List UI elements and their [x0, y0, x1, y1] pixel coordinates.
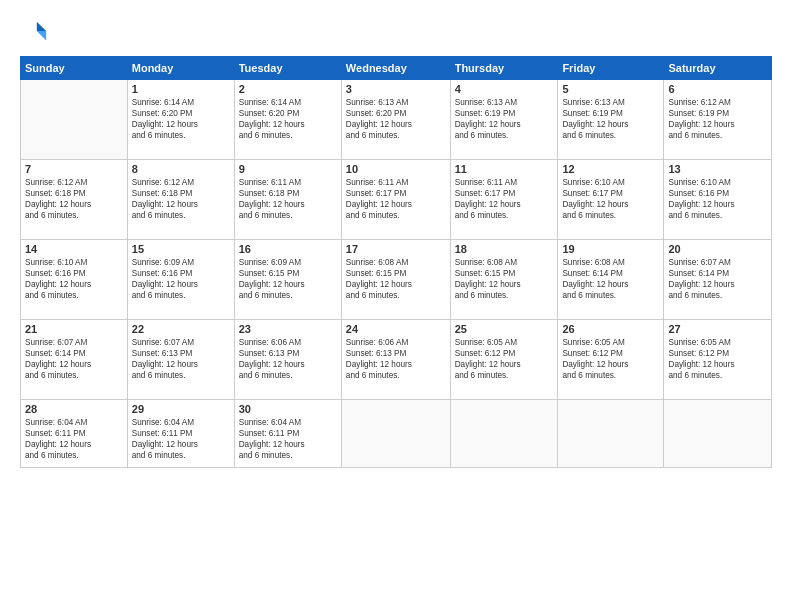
day-info: Sunrise: 6:04 AM Sunset: 6:11 PM Dayligh… [239, 417, 337, 461]
day-info: Sunrise: 6:05 AM Sunset: 6:12 PM Dayligh… [455, 337, 554, 381]
day-number: 4 [455, 83, 554, 95]
day-info: Sunrise: 6:14 AM Sunset: 6:20 PM Dayligh… [132, 97, 230, 141]
day-number: 7 [25, 163, 123, 175]
day-info: Sunrise: 6:14 AM Sunset: 6:20 PM Dayligh… [239, 97, 337, 141]
calendar-cell: 29Sunrise: 6:04 AM Sunset: 6:11 PM Dayli… [127, 400, 234, 468]
day-info: Sunrise: 6:11 AM Sunset: 6:17 PM Dayligh… [455, 177, 554, 221]
day-info: Sunrise: 6:08 AM Sunset: 6:15 PM Dayligh… [346, 257, 446, 301]
calendar-cell: 23Sunrise: 6:06 AM Sunset: 6:13 PM Dayli… [234, 320, 341, 400]
calendar-cell: 1Sunrise: 6:14 AM Sunset: 6:20 PM Daylig… [127, 80, 234, 160]
day-number: 8 [132, 163, 230, 175]
day-number: 12 [562, 163, 659, 175]
svg-marker-1 [37, 31, 46, 40]
col-tuesday: Tuesday [234, 57, 341, 80]
calendar-cell: 24Sunrise: 6:06 AM Sunset: 6:13 PM Dayli… [341, 320, 450, 400]
day-info: Sunrise: 6:10 AM Sunset: 6:16 PM Dayligh… [25, 257, 123, 301]
col-monday: Monday [127, 57, 234, 80]
day-number: 27 [668, 323, 767, 335]
day-info: Sunrise: 6:12 AM Sunset: 6:19 PM Dayligh… [668, 97, 767, 141]
calendar-cell: 5Sunrise: 6:13 AM Sunset: 6:19 PM Daylig… [558, 80, 664, 160]
day-number: 11 [455, 163, 554, 175]
calendar-cell: 2Sunrise: 6:14 AM Sunset: 6:20 PM Daylig… [234, 80, 341, 160]
day-info: Sunrise: 6:13 AM Sunset: 6:19 PM Dayligh… [562, 97, 659, 141]
day-info: Sunrise: 6:05 AM Sunset: 6:12 PM Dayligh… [562, 337, 659, 381]
day-info: Sunrise: 6:05 AM Sunset: 6:12 PM Dayligh… [668, 337, 767, 381]
day-number: 3 [346, 83, 446, 95]
day-number: 25 [455, 323, 554, 335]
day-info: Sunrise: 6:08 AM Sunset: 6:14 PM Dayligh… [562, 257, 659, 301]
logo [20, 18, 52, 46]
day-info: Sunrise: 6:08 AM Sunset: 6:15 PM Dayligh… [455, 257, 554, 301]
day-info: Sunrise: 6:07 AM Sunset: 6:13 PM Dayligh… [132, 337, 230, 381]
calendar-cell: 19Sunrise: 6:08 AM Sunset: 6:14 PM Dayli… [558, 240, 664, 320]
day-number: 21 [25, 323, 123, 335]
day-info: Sunrise: 6:06 AM Sunset: 6:13 PM Dayligh… [346, 337, 446, 381]
col-friday: Friday [558, 57, 664, 80]
calendar-cell: 30Sunrise: 6:04 AM Sunset: 6:11 PM Dayli… [234, 400, 341, 468]
calendar-cell [450, 400, 558, 468]
day-number: 6 [668, 83, 767, 95]
calendar-cell: 17Sunrise: 6:08 AM Sunset: 6:15 PM Dayli… [341, 240, 450, 320]
day-number: 29 [132, 403, 230, 415]
day-info: Sunrise: 6:07 AM Sunset: 6:14 PM Dayligh… [25, 337, 123, 381]
day-number: 23 [239, 323, 337, 335]
day-number: 22 [132, 323, 230, 335]
day-number: 30 [239, 403, 337, 415]
day-info: Sunrise: 6:10 AM Sunset: 6:17 PM Dayligh… [562, 177, 659, 221]
day-number: 28 [25, 403, 123, 415]
calendar-cell: 14Sunrise: 6:10 AM Sunset: 6:16 PM Dayli… [21, 240, 128, 320]
day-number: 14 [25, 243, 123, 255]
day-info: Sunrise: 6:12 AM Sunset: 6:18 PM Dayligh… [132, 177, 230, 221]
col-sunday: Sunday [21, 57, 128, 80]
calendar-cell [558, 400, 664, 468]
calendar-cell [341, 400, 450, 468]
calendar-cell: 4Sunrise: 6:13 AM Sunset: 6:19 PM Daylig… [450, 80, 558, 160]
calendar-cell: 25Sunrise: 6:05 AM Sunset: 6:12 PM Dayli… [450, 320, 558, 400]
day-number: 17 [346, 243, 446, 255]
day-info: Sunrise: 6:11 AM Sunset: 6:17 PM Dayligh… [346, 177, 446, 221]
calendar-header-row: Sunday Monday Tuesday Wednesday Thursday… [21, 57, 772, 80]
day-number: 16 [239, 243, 337, 255]
day-info: Sunrise: 6:04 AM Sunset: 6:11 PM Dayligh… [25, 417, 123, 461]
col-wednesday: Wednesday [341, 57, 450, 80]
day-info: Sunrise: 6:09 AM Sunset: 6:16 PM Dayligh… [132, 257, 230, 301]
page-header [20, 18, 772, 46]
day-number: 1 [132, 83, 230, 95]
calendar-cell: 26Sunrise: 6:05 AM Sunset: 6:12 PM Dayli… [558, 320, 664, 400]
calendar-cell: 22Sunrise: 6:07 AM Sunset: 6:13 PM Dayli… [127, 320, 234, 400]
day-info: Sunrise: 6:11 AM Sunset: 6:18 PM Dayligh… [239, 177, 337, 221]
day-info: Sunrise: 6:12 AM Sunset: 6:18 PM Dayligh… [25, 177, 123, 221]
day-info: Sunrise: 6:10 AM Sunset: 6:16 PM Dayligh… [668, 177, 767, 221]
calendar-cell: 27Sunrise: 6:05 AM Sunset: 6:12 PM Dayli… [664, 320, 772, 400]
day-info: Sunrise: 6:07 AM Sunset: 6:14 PM Dayligh… [668, 257, 767, 301]
calendar-cell: 11Sunrise: 6:11 AM Sunset: 6:17 PM Dayli… [450, 160, 558, 240]
day-number: 15 [132, 243, 230, 255]
day-number: 26 [562, 323, 659, 335]
day-number: 10 [346, 163, 446, 175]
calendar-cell: 13Sunrise: 6:10 AM Sunset: 6:16 PM Dayli… [664, 160, 772, 240]
day-number: 13 [668, 163, 767, 175]
day-info: Sunrise: 6:09 AM Sunset: 6:15 PM Dayligh… [239, 257, 337, 301]
day-number: 5 [562, 83, 659, 95]
calendar-cell: 21Sunrise: 6:07 AM Sunset: 6:14 PM Dayli… [21, 320, 128, 400]
day-number: 9 [239, 163, 337, 175]
calendar-cell: 12Sunrise: 6:10 AM Sunset: 6:17 PM Dayli… [558, 160, 664, 240]
calendar-cell: 3Sunrise: 6:13 AM Sunset: 6:20 PM Daylig… [341, 80, 450, 160]
calendar-cell: 15Sunrise: 6:09 AM Sunset: 6:16 PM Dayli… [127, 240, 234, 320]
calendar-cell [21, 80, 128, 160]
day-info: Sunrise: 6:13 AM Sunset: 6:20 PM Dayligh… [346, 97, 446, 141]
day-info: Sunrise: 6:13 AM Sunset: 6:19 PM Dayligh… [455, 97, 554, 141]
logo-icon [20, 18, 48, 46]
calendar-table: Sunday Monday Tuesday Wednesday Thursday… [20, 56, 772, 468]
calendar-cell: 6Sunrise: 6:12 AM Sunset: 6:19 PM Daylig… [664, 80, 772, 160]
calendar-cell: 10Sunrise: 6:11 AM Sunset: 6:17 PM Dayli… [341, 160, 450, 240]
calendar-cell: 18Sunrise: 6:08 AM Sunset: 6:15 PM Dayli… [450, 240, 558, 320]
day-info: Sunrise: 6:06 AM Sunset: 6:13 PM Dayligh… [239, 337, 337, 381]
calendar-cell: 20Sunrise: 6:07 AM Sunset: 6:14 PM Dayli… [664, 240, 772, 320]
calendar-cell: 16Sunrise: 6:09 AM Sunset: 6:15 PM Dayli… [234, 240, 341, 320]
col-thursday: Thursday [450, 57, 558, 80]
calendar-cell: 8Sunrise: 6:12 AM Sunset: 6:18 PM Daylig… [127, 160, 234, 240]
day-info: Sunrise: 6:04 AM Sunset: 6:11 PM Dayligh… [132, 417, 230, 461]
day-number: 20 [668, 243, 767, 255]
calendar-cell [664, 400, 772, 468]
